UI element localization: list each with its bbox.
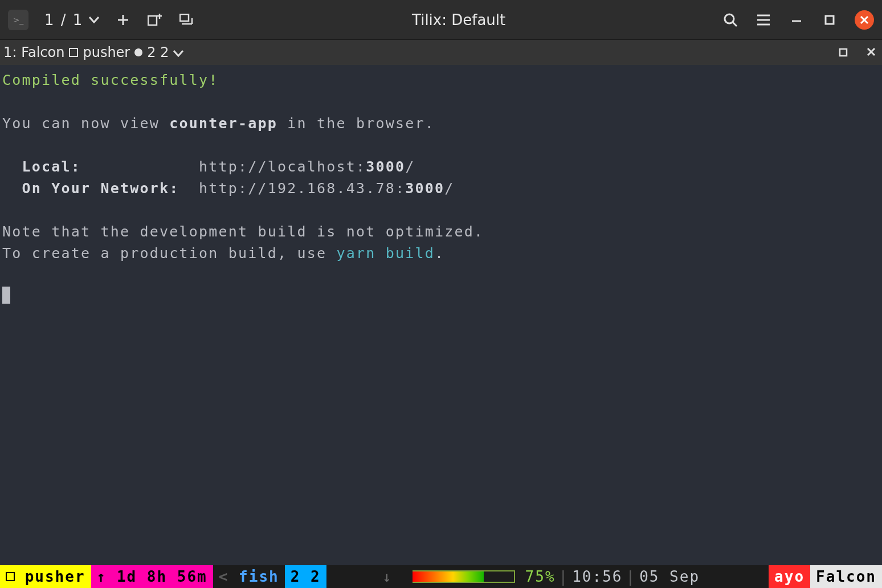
local-port: 3000 xyxy=(366,158,405,175)
plus-icon xyxy=(117,14,129,26)
svg-rect-3 xyxy=(826,16,834,24)
add-pane-down-button[interactable] xyxy=(179,12,195,28)
tab-session: pusher xyxy=(83,44,130,60)
add-tab-button[interactable] xyxy=(115,12,131,28)
close-icon xyxy=(866,47,876,57)
hamburger-icon xyxy=(756,14,771,26)
app-name: counter-app xyxy=(169,115,277,132)
hamburger-menu-button[interactable] xyxy=(756,12,771,28)
note-line: Note that the development build is not o… xyxy=(2,223,484,240)
maximize-icon xyxy=(839,48,848,57)
maximize-icon xyxy=(824,15,835,25)
terminal-glyph-icon: >_ xyxy=(13,15,24,24)
battery-pct: 75% xyxy=(525,565,556,588)
view-prefix: You can now view xyxy=(2,115,169,132)
close-button[interactable] xyxy=(855,10,874,30)
arrow-up-icon: ↑ xyxy=(97,565,107,588)
status-user: ayo xyxy=(769,565,810,588)
split-right-icon xyxy=(148,14,162,26)
compiled-line: Compiled successfully! xyxy=(2,72,219,88)
svg-rect-1 xyxy=(180,14,189,21)
tab-maximize-button[interactable] xyxy=(839,44,848,60)
shell-name: fish xyxy=(239,565,279,588)
status-right: ↓ 75%|10:56|05 Sep xyxy=(326,565,769,588)
dot-icon xyxy=(134,48,142,56)
svg-rect-0 xyxy=(148,16,157,25)
tab-close-button[interactable] xyxy=(866,44,876,60)
network-label: On Your Network: xyxy=(22,180,179,197)
search-icon xyxy=(723,13,738,27)
pane-indicator: 1 / 1 xyxy=(44,11,83,28)
local-label: Local: xyxy=(22,158,81,175)
user-name: ayo xyxy=(774,565,805,588)
status-host: Falcon xyxy=(810,565,882,588)
terminal-output[interactable]: Compiled successfully! You can now view … xyxy=(0,65,882,565)
minimize-icon xyxy=(791,14,802,26)
status-session[interactable]: pusher xyxy=(0,565,91,588)
window-titlebar: >_ 1 / 1 Tilix: Default xyxy=(0,0,882,40)
battery-bar-icon xyxy=(413,570,515,583)
prod-suffix: . xyxy=(435,245,444,262)
maximize-button[interactable] xyxy=(822,12,838,28)
window-title: Tilix: Default xyxy=(211,11,707,28)
local-url-pre: http://localhost: xyxy=(199,158,366,175)
svg-point-2 xyxy=(725,14,734,23)
chevron-down-icon xyxy=(89,17,99,23)
status-shell: < fish xyxy=(213,565,285,588)
tab-bar: 1: Falcon pusher 2 2 xyxy=(0,40,882,65)
tab-active[interactable]: 1: Falcon pusher 2 2 xyxy=(3,44,183,60)
status-window-pane[interactable]: 2 2 xyxy=(285,565,326,588)
minimize-button[interactable] xyxy=(789,12,805,28)
svg-rect-4 xyxy=(840,49,847,56)
square-icon xyxy=(69,48,78,57)
status-uptime: ↑ 1d 8h 56m xyxy=(91,565,213,588)
add-pane-right-button[interactable] xyxy=(147,12,163,28)
network-port: 3000 xyxy=(405,180,444,197)
tab-winpane: 2 2 xyxy=(147,44,169,60)
local-url-post: / xyxy=(405,158,415,175)
window-pane-value: 2 2 xyxy=(291,565,321,588)
arrow-down-icon: ↓ xyxy=(382,565,393,588)
square-icon xyxy=(6,572,15,581)
network-url-post: / xyxy=(444,180,454,197)
status-session-name: pusher xyxy=(25,565,85,588)
view-suffix: in the browser. xyxy=(277,115,435,132)
uptime-value: 1d 8h 56m xyxy=(117,565,207,588)
app-icon: >_ xyxy=(8,10,28,30)
cursor-icon xyxy=(2,287,10,304)
status-time: 10:56 xyxy=(572,565,622,588)
status-date: 05 Sep xyxy=(639,565,700,588)
tmux-status-bar: pusher ↑ 1d 8h 56m < fish 2 2 ↓ 75%|10:5… xyxy=(0,565,882,588)
prod-cmd: yarn build xyxy=(337,245,435,262)
close-icon xyxy=(859,15,869,25)
network-url-pre: http://192.168.43.78: xyxy=(199,180,405,197)
chevron-down-icon xyxy=(173,44,183,60)
split-down-icon xyxy=(179,14,194,26)
host-name: Falcon xyxy=(816,565,876,588)
tab-index: 1: xyxy=(3,44,17,60)
pane-switcher[interactable]: 1 / 1 xyxy=(44,11,99,28)
tab-host: Falcon xyxy=(21,44,64,60)
search-button[interactable] xyxy=(722,12,738,28)
prod-prefix: To create a production build, use xyxy=(2,245,337,262)
